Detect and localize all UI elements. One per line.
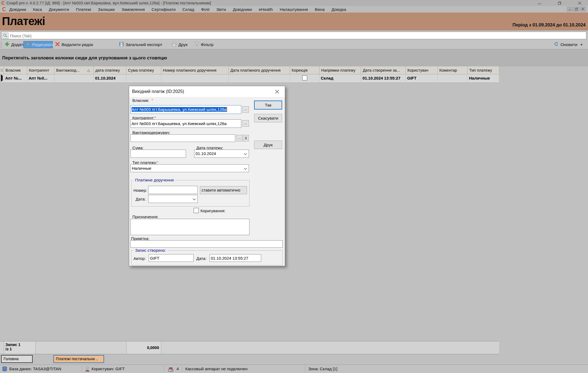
menu-item-zamovlennya[interactable]: Замовлення bbox=[121, 7, 145, 12]
row-cell-comment[interactable] bbox=[438, 74, 468, 82]
row-cell-order-number[interactable] bbox=[161, 74, 229, 82]
order-date-label: Дата: bbox=[136, 197, 146, 201]
dialog-titlebar[interactable]: Вихідний платіж (ID:2025) bbox=[129, 86, 285, 97]
row-cell-user[interactable]: GIFT bbox=[406, 74, 438, 82]
app-logo-small-icon bbox=[2, 7, 6, 11]
toolbar-grip[interactable] bbox=[1, 42, 2, 48]
menu-item-dovidnyky[interactable]: Довідники bbox=[233, 7, 252, 12]
pay-type-combo[interactable]: Наличные bbox=[130, 164, 249, 172]
column-header-owner[interactable]: Власник bbox=[4, 66, 27, 74]
menu-item-nalashtuvannya[interactable]: Налаштування bbox=[280, 7, 308, 12]
column-header-user[interactable]: Користувач bbox=[406, 66, 438, 74]
column-header-counterparty[interactable]: Контрагент bbox=[27, 66, 54, 74]
refresh-dropdown-icon[interactable] bbox=[580, 44, 583, 46]
tab-holovna[interactable]: Головна bbox=[1, 355, 33, 363]
owner-field[interactable]: Апт №003 пгт.Барышевка, ул.Киевский шлях… bbox=[130, 105, 241, 114]
search-input[interactable] bbox=[9, 32, 582, 39]
row-cell-direction[interactable]: Склад bbox=[319, 74, 361, 82]
consignee-field[interactable] bbox=[130, 134, 235, 142]
column-header-pay-date[interactable]: дата платежу bbox=[94, 66, 126, 74]
print-dialog-button[interactable]: Друк bbox=[254, 141, 282, 149]
order-date-combo[interactable] bbox=[148, 195, 198, 203]
row-cell-owner[interactable]: Апт №... bbox=[4, 74, 27, 82]
window-tabs: Головна Платежі постачальни .. bbox=[0, 355, 588, 363]
menu-item-platezhi[interactable]: Платежі bbox=[76, 7, 91, 12]
column-header-correction[interactable]: Корекція bbox=[290, 66, 319, 74]
menu-item-zvity[interactable]: Звіти bbox=[216, 7, 226, 12]
row-cell-order-date[interactable] bbox=[229, 74, 290, 82]
dialog-close-button[interactable] bbox=[273, 88, 281, 95]
search-box[interactable] bbox=[1, 32, 586, 39]
add-button[interactable]: Додати bbox=[5, 40, 25, 49]
created-date-input[interactable] bbox=[209, 254, 261, 262]
note-input[interactable] bbox=[130, 240, 283, 248]
correction-checkbox[interactable] bbox=[302, 75, 307, 80]
author-input[interactable] bbox=[149, 254, 194, 262]
row-cell-created[interactable]: 01.10.2024 13:55:27 bbox=[361, 74, 406, 82]
chevron-down-icon bbox=[244, 165, 247, 172]
refresh-label: Оновити bbox=[560, 42, 577, 47]
ok-button[interactable]: Так bbox=[254, 101, 282, 110]
row-cell-consignee[interactable] bbox=[54, 74, 94, 82]
tab-platezhi-postachalnykam[interactable]: Платежі постачальни .. bbox=[53, 355, 104, 363]
row-cell-pay-sum[interactable] bbox=[126, 74, 161, 82]
column-header-consignee[interactable]: Вантажоод... bbox=[54, 66, 94, 74]
mdi-minimize-button[interactable] bbox=[567, 7, 573, 11]
export-button[interactable]: Загальний експорт bbox=[119, 40, 162, 49]
window-close-button[interactable] bbox=[575, 1, 584, 5]
print-button[interactable]: Друк bbox=[172, 40, 187, 49]
window-minimize-button[interactable] bbox=[535, 1, 544, 5]
order-number-input[interactable] bbox=[148, 186, 198, 194]
column-header-created[interactable]: Дата створення за... bbox=[361, 66, 406, 74]
owner-label-text: Власник: bbox=[132, 98, 149, 103]
counterparty-field[interactable]: Апт №003 пгт.Барышевка, ул.Киевский шлях… bbox=[130, 119, 241, 128]
sum-input[interactable] bbox=[130, 150, 186, 158]
user-status: Користувач: GIFT bbox=[92, 365, 125, 373]
status-separator bbox=[305, 366, 305, 372]
row-cell-pay-date[interactable]: 01.10.2024 bbox=[94, 74, 126, 82]
mdi-close-button[interactable] bbox=[580, 7, 586, 11]
menu-item-dovidnyk[interactable]: Довідник bbox=[9, 7, 26, 12]
adjustment-checkbox[interactable] bbox=[194, 208, 199, 213]
auto-number-button[interactable]: ставити автоматично bbox=[200, 186, 247, 194]
created-date-label: Дата: bbox=[196, 256, 206, 261]
printer-icon bbox=[172, 42, 176, 47]
pay-type-value: Наличные bbox=[132, 166, 151, 171]
group-by-panel[interactable]: Перетягніть заголовок колонки сюди для у… bbox=[0, 49, 588, 66]
owner-lookup-button[interactable]: ... bbox=[242, 106, 249, 113]
column-header-comment[interactable]: Коментар bbox=[438, 66, 468, 74]
printer-count: 4 bbox=[176, 365, 179, 373]
cash-register-status: Кассовый аппарат не подключен bbox=[185, 365, 248, 373]
column-header-order-number[interactable]: Номер платіжного доручення bbox=[161, 66, 229, 74]
column-header-order-date[interactable]: Дата платіжного доручення bbox=[229, 66, 290, 74]
consignee-clear-button[interactable]: X bbox=[243, 135, 249, 141]
search-icon bbox=[2, 33, 8, 39]
menu-item-kasa[interactable]: Каса bbox=[33, 7, 42, 12]
filter-button[interactable]: Фільтр bbox=[194, 40, 214, 49]
column-header-pay-type[interactable]: Тип платежу bbox=[468, 66, 499, 74]
column-header-direction[interactable]: Напрямки платежу bbox=[319, 66, 361, 74]
window-maximize-button[interactable] bbox=[555, 1, 564, 5]
menu-item-dovidka[interactable]: Довідка bbox=[331, 7, 346, 12]
mdi-restore-button[interactable] bbox=[574, 7, 579, 11]
row-cell-pay-type[interactable]: Наличные bbox=[468, 74, 499, 82]
menu-item-zalyshky[interactable]: Залишки bbox=[98, 7, 115, 12]
purpose-textarea[interactable] bbox=[130, 219, 249, 235]
menu-item-sertyfikaty[interactable]: Сертифікати bbox=[152, 7, 176, 12]
edit-button[interactable]: Редагувати bbox=[23, 41, 53, 48]
column-header-pay-sum[interactable]: Сума платежу bbox=[126, 66, 161, 74]
row-cell-counterparty[interactable]: Апт №0... bbox=[27, 74, 54, 82]
menu-item-ehealth[interactable]: eHealth bbox=[259, 7, 273, 12]
menu-items: Довідник Каса Документи Платежі Залишки … bbox=[9, 6, 346, 13]
refresh-button[interactable]: Оновити bbox=[554, 40, 583, 49]
menu-item-filii[interactable]: Філії bbox=[201, 7, 209, 12]
menu-item-sklad[interactable]: Склад bbox=[182, 7, 194, 12]
counterparty-lookup-button[interactable]: ... bbox=[242, 120, 249, 127]
delete-row-button[interactable]: Видалити рядок bbox=[55, 40, 93, 49]
menu-item-dokumenty[interactable]: Документи bbox=[49, 7, 69, 12]
pay-date-combo[interactable]: 01.10.2024 bbox=[194, 150, 249, 158]
cancel-button[interactable]: Скасувати bbox=[254, 114, 282, 122]
consignee-lookup-button[interactable]: ... bbox=[236, 135, 242, 141]
menu-item-vikna[interactable]: Вікна bbox=[315, 7, 325, 12]
row-cell-correction[interactable] bbox=[290, 74, 319, 82]
